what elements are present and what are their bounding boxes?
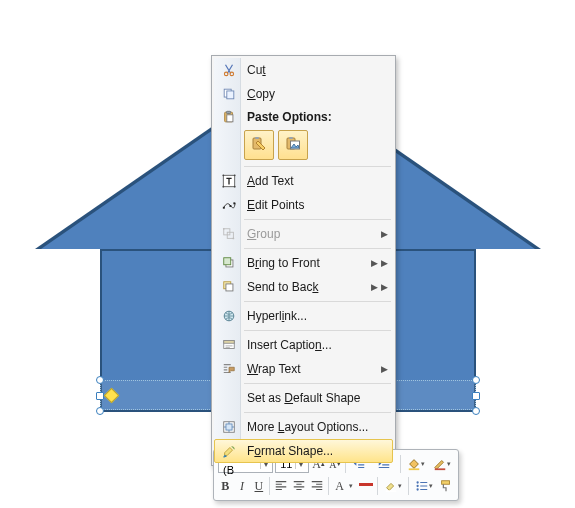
toolbar-row-2: B I U A▾ ▾ ▾ bbox=[218, 475, 454, 497]
svg-point-14 bbox=[234, 174, 236, 176]
svg-rect-34 bbox=[226, 424, 232, 430]
add-text-icon bbox=[217, 174, 241, 188]
menu-add-text[interactable]: Add Text bbox=[214, 169, 393, 193]
separator bbox=[244, 412, 391, 413]
format-painter-button[interactable] bbox=[438, 475, 454, 497]
handle-ml[interactable] bbox=[96, 392, 104, 400]
context-menu: Cut Copy Paste Options: Add Text Edit Po… bbox=[211, 55, 396, 466]
wrap-text-icon bbox=[217, 362, 241, 376]
paste-header-label: Paste Options: bbox=[241, 110, 388, 124]
separator bbox=[244, 166, 391, 167]
menu-cut[interactable]: Cut bbox=[214, 58, 393, 82]
svg-rect-42 bbox=[386, 490, 397, 492]
menu-edit-points-label: Edit Points bbox=[241, 198, 388, 212]
menu-wrap-label: Wrap Text bbox=[241, 362, 381, 376]
group-icon bbox=[217, 227, 241, 241]
menu-send-back[interactable]: Send to Back ▶ ▶ bbox=[214, 275, 393, 299]
fill-color-button[interactable]: ▾ bbox=[404, 453, 428, 475]
layout-icon bbox=[217, 420, 241, 434]
svg-point-13 bbox=[222, 174, 224, 176]
format-shape-icon bbox=[217, 444, 241, 458]
font-color-button[interactable]: A▾ bbox=[332, 475, 356, 497]
menu-paste-header-row: Paste Options: bbox=[214, 106, 393, 128]
svg-rect-46 bbox=[442, 481, 450, 485]
menu-add-text-label: Add Text bbox=[241, 174, 388, 188]
svg-rect-27 bbox=[226, 284, 233, 291]
submenu-arrow-icon: ▶ bbox=[381, 364, 388, 374]
svg-rect-3 bbox=[227, 91, 234, 99]
menu-format-shape[interactable]: Format Shape... bbox=[214, 439, 393, 463]
svg-rect-8 bbox=[255, 137, 259, 139]
caption-icon bbox=[217, 338, 241, 352]
menu-bring-front-label: Bring to Front bbox=[241, 256, 371, 270]
menu-hyperlink-label: Hyperlink... bbox=[241, 309, 388, 323]
menu-cut-label: Cut bbox=[241, 63, 388, 77]
svg-point-15 bbox=[222, 186, 224, 188]
separator bbox=[244, 330, 391, 331]
menu-insert-caption[interactable]: Insert Caption... bbox=[214, 333, 393, 357]
send-back-icon bbox=[217, 280, 241, 294]
svg-point-43 bbox=[417, 481, 419, 483]
bold-button[interactable]: B bbox=[218, 475, 233, 497]
menu-default-label: Set as Default Shape bbox=[241, 391, 388, 405]
paste-option-picture[interactable] bbox=[278, 130, 308, 160]
handle-tl[interactable] bbox=[96, 376, 104, 384]
menu-more-layout[interactable]: More Layout Options... bbox=[214, 415, 393, 439]
menu-bring-front[interactable]: Bring to Front ▶ ▶ bbox=[214, 251, 393, 275]
align-right-button[interactable] bbox=[309, 475, 325, 497]
divider bbox=[377, 477, 378, 495]
handle-mr[interactable] bbox=[472, 392, 480, 400]
bullets-button[interactable]: ▾ bbox=[412, 475, 436, 497]
edit-points-icon bbox=[217, 198, 241, 212]
menu-hyperlink[interactable]: Hyperlink... bbox=[214, 304, 393, 328]
align-left-button[interactable] bbox=[273, 475, 289, 497]
handle-bl[interactable] bbox=[96, 407, 104, 415]
svg-rect-10 bbox=[289, 137, 293, 139]
divider bbox=[328, 477, 329, 495]
svg-rect-25 bbox=[224, 258, 231, 265]
svg-rect-39 bbox=[409, 468, 420, 470]
center-button[interactable] bbox=[291, 475, 307, 497]
menu-wrap-text[interactable]: Wrap Text ▶ bbox=[214, 357, 393, 381]
submenu-arrow-icon: ▶ bbox=[381, 282, 388, 292]
hyperlink-icon bbox=[217, 309, 241, 323]
highlight-button[interactable]: ▾ bbox=[381, 475, 405, 497]
svg-point-0 bbox=[224, 72, 228, 76]
svg-point-45 bbox=[417, 488, 419, 490]
svg-rect-19 bbox=[233, 202, 235, 204]
bring-front-icon bbox=[217, 256, 241, 270]
outline-color-button[interactable]: ▾ bbox=[430, 453, 454, 475]
svg-rect-18 bbox=[229, 205, 231, 207]
submenu-arrow-icon: ▶ bbox=[381, 258, 388, 268]
menu-copy[interactable]: Copy bbox=[214, 82, 393, 106]
svg-rect-30 bbox=[224, 341, 235, 344]
paste-icon bbox=[217, 110, 241, 124]
svg-point-1 bbox=[230, 72, 234, 76]
svg-rect-6 bbox=[227, 115, 233, 122]
handle-br[interactable] bbox=[472, 407, 480, 415]
menu-edit-points[interactable]: Edit Points bbox=[214, 193, 393, 217]
submenu-arrow-icon: ▶ bbox=[381, 229, 388, 239]
handle-tr[interactable] bbox=[472, 376, 480, 384]
copy-icon bbox=[217, 87, 241, 101]
svg-rect-5 bbox=[226, 111, 230, 113]
paste-option-source[interactable] bbox=[244, 130, 274, 160]
menu-group: Group ▶ bbox=[214, 222, 393, 246]
italic-button[interactable]: I bbox=[235, 475, 250, 497]
menu-caption-label: Insert Caption... bbox=[241, 338, 388, 352]
svg-point-22 bbox=[223, 228, 225, 230]
menu-format-label: Format Shape... bbox=[241, 444, 388, 458]
menu-default-shape[interactable]: Set as Default Shape bbox=[214, 386, 393, 410]
menu-copy-label: Copy bbox=[241, 87, 388, 101]
svg-rect-41 bbox=[359, 483, 373, 486]
divider bbox=[408, 477, 409, 495]
svg-point-16 bbox=[234, 186, 236, 188]
separator bbox=[244, 301, 391, 302]
menu-layout-label: More Layout Options... bbox=[241, 420, 388, 434]
svg-rect-40 bbox=[435, 468, 446, 470]
cut-icon bbox=[217, 63, 241, 77]
paste-options-box bbox=[214, 128, 393, 164]
svg-rect-17 bbox=[223, 207, 225, 209]
underline-button[interactable]: U bbox=[251, 475, 266, 497]
divider bbox=[400, 455, 401, 473]
